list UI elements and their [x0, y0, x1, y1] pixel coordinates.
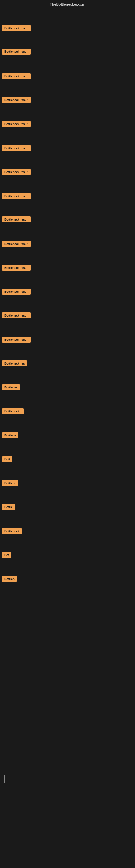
- bottleneck-item-21[interactable]: Bottle: [2, 504, 15, 511]
- bottleneck-badge-2[interactable]: Bottleneck result: [2, 49, 31, 55]
- bottleneck-item-14[interactable]: Bottleneck result: [2, 337, 31, 344]
- bottleneck-badge-16[interactable]: Bottlenec: [2, 384, 20, 390]
- site-header: TheBottlenecker.com: [0, 0, 135, 10]
- bottleneck-badge-6[interactable]: Bottleneck result: [2, 145, 31, 151]
- bottleneck-badge-8[interactable]: Bottleneck result: [2, 193, 31, 199]
- bottleneck-item-11[interactable]: Bottleneck result: [2, 265, 31, 272]
- bottleneck-item-5[interactable]: Bottleneck result: [2, 121, 31, 128]
- bottleneck-badge-10[interactable]: Bottleneck result: [2, 241, 31, 247]
- bottleneck-item-18[interactable]: Bottlene: [2, 432, 18, 439]
- bottleneck-item-12[interactable]: Bottleneck result: [2, 289, 31, 296]
- bottleneck-badge-20[interactable]: Bottlene: [2, 480, 18, 486]
- cursor-line: [4, 775, 5, 783]
- bottleneck-badge-21[interactable]: Bottle: [2, 504, 15, 510]
- bottleneck-badge-13[interactable]: Bottleneck result: [2, 312, 31, 318]
- bottleneck-item-1[interactable]: Bottleneck result: [2, 25, 31, 32]
- bottleneck-badge-11[interactable]: Bottleneck result: [2, 265, 31, 271]
- bottleneck-badge-19[interactable]: Bott: [2, 456, 12, 462]
- bottleneck-item-15[interactable]: Bottleneck res: [2, 361, 27, 368]
- bottleneck-item-9[interactable]: Bottleneck result: [2, 216, 31, 223]
- bottleneck-item-6[interactable]: Bottleneck result: [2, 145, 31, 152]
- bottleneck-badge-23[interactable]: Bot: [2, 552, 11, 558]
- bottleneck-item-7[interactable]: Bottleneck result: [2, 169, 31, 176]
- bottleneck-badge-9[interactable]: Bottleneck result: [2, 216, 31, 222]
- bottleneck-badge-18[interactable]: Bottlene: [2, 432, 18, 438]
- bottleneck-badge-5[interactable]: Bottleneck result: [2, 121, 31, 127]
- bottleneck-badge-17[interactable]: Bottleneck r: [2, 408, 24, 414]
- bottleneck-item-17[interactable]: Bottleneck r: [2, 408, 24, 415]
- bottleneck-badge-12[interactable]: Bottleneck result: [2, 289, 31, 294]
- items-container: Bottleneck resultBottleneck resultBottle…: [0, 10, 135, 868]
- site-title: TheBottlenecker.com: [0, 0, 135, 10]
- bottleneck-item-24[interactable]: Bottlen: [2, 576, 17, 583]
- bottleneck-badge-15[interactable]: Bottleneck res: [2, 361, 27, 367]
- bottleneck-badge-24[interactable]: Bottlen: [2, 576, 17, 582]
- bottleneck-item-23[interactable]: Bot: [2, 552, 11, 559]
- bottleneck-item-8[interactable]: Bottleneck result: [2, 193, 31, 200]
- bottleneck-badge-22[interactable]: Bottleneck: [2, 528, 21, 534]
- bottleneck-item-22[interactable]: Bottleneck: [2, 528, 21, 535]
- bottleneck-badge-3[interactable]: Bottleneck result: [2, 73, 31, 79]
- bottleneck-item-2[interactable]: Bottleneck result: [2, 49, 31, 56]
- bottleneck-item-4[interactable]: Bottleneck result: [2, 97, 31, 104]
- bottleneck-badge-7[interactable]: Bottleneck result: [2, 169, 31, 175]
- bottleneck-item-13[interactable]: Bottleneck result: [2, 312, 31, 319]
- bottleneck-item-3[interactable]: Bottleneck result: [2, 73, 31, 80]
- bottleneck-item-16[interactable]: Bottlenec: [2, 384, 20, 392]
- bottleneck-item-19[interactable]: Bott: [2, 456, 12, 463]
- bottleneck-badge-14[interactable]: Bottleneck result: [2, 337, 31, 343]
- bottleneck-item-20[interactable]: Bottlene: [2, 480, 18, 487]
- bottleneck-item-10[interactable]: Bottleneck result: [2, 241, 31, 248]
- bottleneck-badge-1[interactable]: Bottleneck result: [2, 25, 31, 31]
- bottleneck-badge-4[interactable]: Bottleneck result: [2, 97, 31, 103]
